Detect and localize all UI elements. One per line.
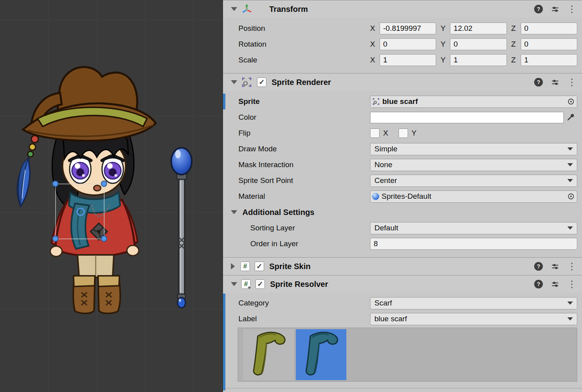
sprite-variant-green-scarf[interactable] — [243, 329, 294, 380]
flip-x-checkbox[interactable] — [370, 128, 380, 138]
character-illustration — [17, 67, 156, 314]
sprite-row: Sprite blue scarf — [223, 94, 582, 109]
sorting-layer-row: Sorting Layer Default — [223, 220, 582, 236]
sprite-variant-blue-scarf[interactable] — [296, 329, 346, 380]
category-dropdown[interactable]: Scarf — [370, 297, 577, 309]
transform-header[interactable]: Transform ? ⋮ — [223, 0, 582, 18]
staff-illustration — [171, 148, 192, 308]
blue-scarf-thumbnail — [301, 330, 341, 380]
sprite-variant-selector — [238, 328, 577, 382]
component-enabled-checkbox[interactable]: ✓ — [255, 279, 265, 289]
foldout-caret-icon[interactable] — [231, 7, 237, 11]
help-icon[interactable]: ? — [534, 280, 543, 288]
sprite-renderer-header[interactable]: ✓ Sprite Renderer ? ⋮ — [223, 73, 582, 91]
sprite-skin-header[interactable]: # ✓ Sprite Skin ? ⋮ — [223, 257, 582, 275]
mask-interaction-dropdown[interactable]: None — [370, 159, 577, 171]
material-object-field[interactable]: Sprites-Default — [370, 190, 577, 203]
axis-y-label: Y — [440, 56, 447, 64]
sprite-mini-icon — [372, 98, 380, 106]
chevron-down-icon — [567, 226, 573, 230]
component-enabled-checkbox[interactable]: ✓ — [255, 262, 264, 271]
help-icon[interactable]: ? — [534, 5, 543, 13]
position-x-input[interactable] — [380, 23, 436, 34]
draw-mode-dropdown[interactable]: Simple — [370, 143, 577, 155]
position-y-input[interactable] — [450, 23, 506, 34]
mask-interaction-row: Mask Interaction None — [223, 157, 582, 173]
chevron-down-icon — [567, 147, 573, 151]
dropdown-value: Simple — [374, 145, 397, 153]
flip-y-checkbox[interactable] — [399, 128, 408, 138]
plus-glyph: + — [248, 285, 251, 290]
sprite-renderer-icon — [241, 77, 252, 88]
rotation-x-input[interactable] — [380, 38, 436, 50]
material-mini-icon — [372, 193, 379, 200]
selection-handle-bl — [53, 236, 58, 241]
position-row: Position X Y Z — [223, 21, 582, 36]
component-enabled-checkbox[interactable]: ✓ — [257, 77, 266, 87]
sprite-resolver-header[interactable]: # + ✓ Sprite Resolver ? ⋮ — [223, 275, 582, 293]
component-title: Sprite Renderer — [272, 78, 331, 87]
inspector-panel: Transform ? ⋮ Position X Y Z — [223, 0, 582, 392]
foldout-caret-icon[interactable] — [231, 263, 235, 270]
prefab-override-bar — [223, 294, 225, 390]
foldout-caret-icon[interactable] — [231, 210, 237, 214]
axis-x-label: X — [370, 24, 376, 33]
axis-x-label: X — [370, 40, 376, 49]
sprite-sort-point-dropdown[interactable]: Center — [370, 175, 577, 187]
selection-handle-br — [101, 236, 107, 241]
dropdown-value: Center — [374, 176, 397, 185]
sorting-layer-dropdown[interactable]: Default — [370, 222, 577, 234]
field-label: Sprite — [238, 97, 370, 106]
sprite-object-field[interactable]: blue scarf — [370, 96, 577, 108]
field-label: Color — [238, 113, 370, 122]
order-in-layer-row: Order in Layer — [223, 236, 582, 252]
prefab-override-bar — [223, 94, 225, 109]
axis-y-label: Y — [440, 40, 447, 49]
more-menu-icon[interactable]: ⋮ — [567, 280, 576, 289]
position-z-input[interactable] — [521, 23, 577, 34]
additional-settings-label: Additional Settings — [242, 208, 314, 217]
category-row: Category Scarf — [223, 295, 582, 311]
foldout-caret-icon[interactable] — [231, 282, 237, 286]
axis-z-label: Z — [511, 56, 518, 64]
rotation-y-input[interactable] — [450, 38, 506, 50]
more-menu-icon[interactable]: ⋮ — [567, 5, 576, 14]
scene-canvas — [0, 0, 223, 392]
scale-y-input[interactable] — [450, 54, 506, 66]
order-in-layer-input[interactable] — [370, 238, 577, 250]
object-picker-icon[interactable] — [567, 98, 574, 105]
scale-x-input[interactable] — [380, 54, 436, 66]
field-label: Scale — [238, 56, 370, 64]
eyedropper-icon[interactable] — [564, 113, 577, 122]
field-label: Material — [238, 192, 370, 201]
presets-icon[interactable] — [551, 5, 559, 13]
hash-glyph: # — [243, 262, 247, 270]
color-swatch[interactable] — [370, 112, 564, 123]
rotation-z-input[interactable] — [521, 38, 577, 50]
selection-handle-tl — [53, 181, 58, 187]
help-icon[interactable]: ? — [534, 78, 543, 87]
foldout-caret-icon[interactable] — [231, 80, 237, 84]
presets-icon[interactable] — [551, 280, 559, 288]
field-label: Label — [238, 315, 370, 323]
chevron-down-icon — [567, 179, 573, 182]
label-row: Label blue scarf — [223, 311, 582, 327]
more-menu-icon[interactable]: ⋮ — [567, 78, 576, 87]
component-title: Sprite Resolver — [270, 280, 328, 289]
help-icon[interactable]: ? — [534, 262, 543, 271]
label-dropdown[interactable]: blue scarf — [370, 313, 577, 325]
component-title: Transform — [269, 5, 308, 14]
presets-icon[interactable] — [551, 78, 559, 86]
field-label: Mask Interaction — [238, 160, 370, 169]
selection-handle-tr — [101, 181, 107, 187]
flip-x-label: X — [383, 129, 388, 138]
field-label: Flip — [238, 129, 370, 138]
scene-view[interactable] — [0, 0, 223, 392]
field-label: Sorting Layer — [238, 224, 370, 232]
presets-icon[interactable] — [551, 262, 559, 270]
additional-settings-foldout[interactable]: Additional Settings — [223, 204, 582, 220]
more-menu-icon[interactable]: ⋮ — [567, 262, 576, 271]
scale-z-input[interactable] — [521, 54, 577, 66]
field-label: Sprite Sort Point — [238, 176, 370, 185]
object-picker-icon[interactable] — [567, 193, 574, 200]
